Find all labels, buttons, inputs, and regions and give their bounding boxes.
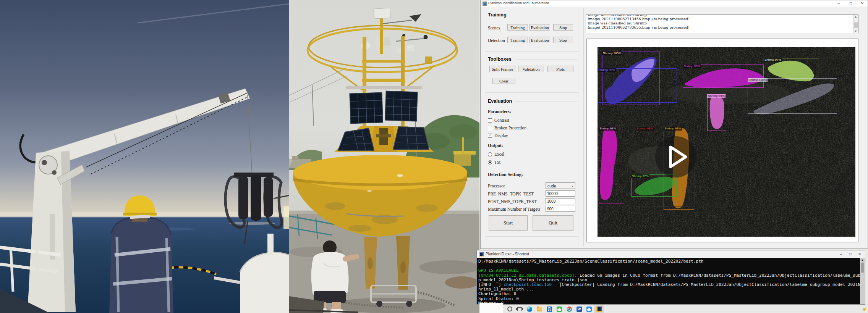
parameters-label: Parameters:: [488, 109, 511, 114]
taskbar-wechat-button[interactable]: [554, 305, 564, 313]
post-nms-topk-test-label: POST_NMS_TOPK_TEST: [488, 199, 537, 204]
terminal-minimize-button[interactable]: –: [837, 251, 845, 257]
terminal-titlebar[interactable]: PlanktonID.exe - Shortcut – □ ✕: [477, 250, 865, 258]
toolboxes-header: Toolboxes: [488, 56, 512, 62]
detection-setting-header: Detection Setting:: [488, 172, 523, 177]
terminal-text-segment: - [Checkpointer] Loading from D:/MaskRCN…: [552, 282, 860, 287]
max-targets-label: Maximum Number of Targets: [488, 207, 540, 211]
taskbar-cortana-button[interactable]: [505, 305, 515, 313]
clear-button[interactable]: Clear: [492, 78, 515, 84]
close-button[interactable]: ✕: [858, 0, 867, 6]
app-title: Plankton Identification and Enumeration: [488, 1, 549, 5]
app-icon: [483, 2, 487, 6]
taskbar-word-button[interactable]: [574, 305, 584, 313]
txt-radio[interactable]: [488, 160, 492, 165]
terminal-text-segment: hrimp_11_model.pth ...: [478, 287, 534, 292]
terminal-close-button[interactable]: ✕: [855, 251, 864, 257]
terminal-app-icon: [479, 252, 484, 257]
taskbar-store-button[interactable]: [544, 305, 554, 313]
desktop-screen: Plankton Identification and Enumeration …: [0, 0, 868, 313]
broken-protection-checkbox-label: Broken Protection: [494, 126, 526, 130]
cortana-icon: [507, 307, 512, 311]
app-body: Training Scenes Training Evaluation Stop…: [481, 6, 868, 248]
terminal-text-segment: D:/MaskRCNN/datasets/PS_MasterLib_2022Ja…: [478, 259, 703, 264]
terminal-line: Chaetognatha: 0: [478, 292, 860, 296]
terminal-line: hrimp_11_model.pth ...: [478, 287, 860, 292]
validation-button[interactable]: Validation: [518, 66, 544, 72]
taskbar-planktonid-button[interactable]: [594, 305, 604, 313]
minimize-button[interactable]: –: [834, 0, 843, 6]
contrast-checkbox-label: Contrast: [494, 118, 509, 123]
wechat-icon: [557, 307, 562, 312]
scenes-training-button[interactable]: Training: [507, 24, 528, 31]
terminal-text-segment: Chaetognatha: 0: [478, 291, 516, 296]
log-line: Image( 20211108062713456.bmp ) is being …: [588, 17, 853, 21]
terminal-text-segment: [04/04 07:21:32 d2.data.datasets.coco]:: [478, 273, 580, 278]
taskbar-task-view-button[interactable]: [515, 305, 525, 313]
processor-select[interactable]: cuda ⌄: [546, 182, 575, 189]
tray-notification-icon[interactable]: [863, 308, 866, 311]
terminal-window: PlanktonID.exe - Shortcut – □ ✕ D:/MaskR…: [476, 250, 865, 305]
play-button[interactable]: [655, 136, 696, 177]
terminal-output: D:/MaskRCNN/datasets/PS_MasterLib_2022Ja…: [477, 258, 860, 304]
excel-radio[interactable]: [488, 152, 492, 156]
plots-button[interactable]: Plots: [547, 66, 573, 72]
detection-box: Shrimp 99%: [707, 94, 726, 131]
contrast-checkbox[interactable]: [488, 118, 492, 123]
log-scrollbar[interactable]: ▲ ▼: [853, 15, 858, 33]
broken-protection-checkbox[interactable]: [488, 126, 492, 130]
detection-image: Shrimp 100%Shrimp 99%Shrimp 99%Shrimp 97…: [598, 47, 855, 237]
photo-ship-davit: [0, 0, 289, 313]
scroll-up-icon[interactable]: ▲: [860, 258, 865, 262]
chevron-down-icon: ⌄: [571, 184, 574, 187]
detection-box: Shrimp 98%: [599, 127, 624, 203]
scroll-up-icon[interactable]: ▲: [853, 15, 858, 18]
chrome-icon: [567, 307, 572, 312]
app-titlebar[interactable]: Plankton Identification and Enumeration …: [481, 0, 868, 6]
terminal-line: [INFO ] checkpoint:load:150 - [Checkpoin…: [478, 282, 860, 287]
scenes-evaluation-button[interactable]: Evaluation: [530, 24, 550, 31]
detection-box: Shrimp 92%: [631, 174, 677, 197]
terminal-maximize-button[interactable]: □: [846, 251, 855, 257]
divider: [511, 15, 577, 15]
detection-evaluation-button[interactable]: Evaluation: [530, 37, 550, 43]
start-button[interactable]: Start: [489, 215, 528, 231]
microsoft-store-icon: [547, 307, 552, 312]
excel-radio-label: Excel: [494, 152, 504, 156]
planktonid-app-icon: [596, 307, 602, 312]
terminal-scrollbar[interactable]: ▲: [860, 258, 865, 304]
scenes-stop-button[interactable]: Stop: [553, 24, 573, 31]
detection-label: Shrimp 92%: [631, 174, 649, 178]
split-frames-button[interactable]: Split Frames: [489, 66, 515, 72]
detection-label: Shrimp 100%: [602, 52, 622, 55]
classification-log: Image was classified as: ShrimpImage( 20…: [586, 15, 858, 33]
scrollbar-thumb[interactable]: [861, 263, 864, 273]
detection-viewer-panel: Shrimp 100%Shrimp 99%Shrimp 99%Shrimp 97…: [586, 39, 858, 242]
terminal-line: Medusae: 0: [478, 301, 860, 304]
scroll-down-icon[interactable]: ▼: [853, 30, 858, 32]
max-targets-input[interactable]: [546, 206, 575, 212]
detection-label: Shrimp 99%: [598, 68, 616, 72]
display-checkbox[interactable]: ✓: [488, 134, 492, 138]
detection-training-button[interactable]: Training: [507, 37, 528, 43]
quit-button[interactable]: Quit: [533, 215, 573, 231]
classification-log-lines: Image was classified as: ShrimpImage( 20…: [588, 15, 853, 29]
taskbar-file-explorer-button[interactable]: [534, 305, 544, 313]
scenes-label: Scenes: [488, 26, 500, 30]
scrollbar-thumb[interactable]: [854, 23, 858, 28]
detection-stop-button[interactable]: Stop: [553, 37, 573, 43]
terminal-text-segment: [INFO ]: [478, 282, 504, 287]
pre-nms-topk-test-label: PRE_NMS_TOPK_TEST: [488, 192, 534, 196]
divider: [485, 51, 579, 52]
evaluation-header: Evaluation: [488, 98, 512, 104]
processor-label: Processor: [488, 184, 505, 188]
post-nms-topk-test-input[interactable]: [546, 198, 575, 204]
pre-nms-topk-test-input[interactable]: [546, 190, 575, 197]
divider: [485, 92, 579, 93]
taskbar-baidu-netdisk-button[interactable]: [584, 305, 594, 313]
detection-box: Shrimp 99%: [598, 68, 677, 103]
maximize-button[interactable]: □: [846, 0, 855, 6]
file-explorer-icon: [537, 307, 542, 311]
taskbar-chrome-button[interactable]: [564, 305, 574, 313]
taskbar-edge-button[interactable]: [525, 305, 534, 313]
